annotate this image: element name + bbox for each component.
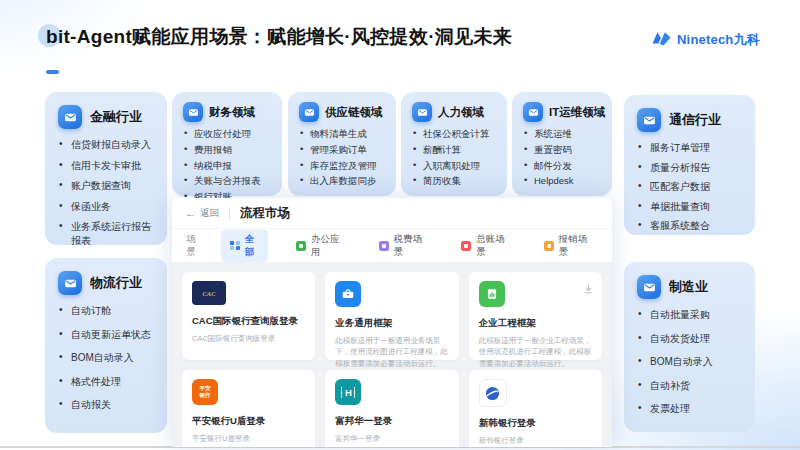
download-icon[interactable] <box>584 280 593 298</box>
market-card-general-framework[interactable]: 业务通用框架 此模板适用于一般通用业务场景下，使用流程图进行工程建模，此模板需要… <box>325 272 458 360</box>
scenario-card-title: 通信行业 <box>669 111 721 129</box>
scenario-item: BOM自动录入 <box>637 355 745 369</box>
process-market-panel: ← 返回 流程市场 场景 全部 办公应用 税费场景 总账场景 报销场景 <box>172 198 612 447</box>
mail-icon <box>183 102 203 122</box>
scenario-item: 纳税申报 <box>183 160 274 173</box>
mail-icon <box>58 105 82 129</box>
scenario-item: 匹配客户数据 <box>637 180 745 194</box>
scenario-item-list: 物料清单生成 管理采购订单 库存监控及管理 出入库数据同步 <box>299 128 388 188</box>
scenario-card-header: 金融行业 <box>58 105 157 129</box>
back-button[interactable]: ← 返回 <box>185 207 219 220</box>
cac-logo-text: CAC <box>202 290 215 297</box>
scenario-item: 信贷财报自动录入 <box>58 138 157 152</box>
scenario-item: 社保公积金计算 <box>412 128 499 141</box>
market-card-cac-login[interactable]: CAC CAC国际银行查询版登录 CAC国际银行查询版登录 <box>182 272 315 360</box>
scenario-card-finance-industry: 金融行业 信贷财报自动录入 信用卡发卡审批 账户数据查询 保函业务 业务系统运行… <box>45 92 167 245</box>
shinhan-bank-logo-icon <box>479 379 507 407</box>
mail-icon <box>58 271 82 295</box>
mail-icon <box>412 102 432 122</box>
scenario-item: 邮件分发 <box>523 160 604 173</box>
title-underline <box>46 70 59 74</box>
tab-label: 总账场景 <box>476 233 506 259</box>
scenario-card-header: IT运维领域 <box>523 102 604 122</box>
mail-icon <box>523 102 543 122</box>
scenario-card-finance-domain: 财务领域 应收应付处理 费用报销 纳税申报 关账与合并报表 银行对账 <box>172 92 282 196</box>
scenario-item: 客服系统整合 <box>637 219 745 233</box>
scenario-item: 薪酬计算 <box>412 144 499 157</box>
scenario-item: 自动报关 <box>58 398 157 412</box>
scenario-item: 物料清单生成 <box>299 128 388 141</box>
scenario-card-title: 制造业 <box>669 278 708 296</box>
ninetech-logo-icon <box>651 30 672 50</box>
market-card-shinhan-login[interactable]: 新韩银行登录 新韩银行登录 <box>469 370 602 447</box>
scenario-card-header: 通信行业 <box>637 108 745 132</box>
scenario-item: 系统运维 <box>523 128 604 141</box>
market-card-fubon-login[interactable]: H 富邦华一登录 富邦华一登录 <box>325 370 458 447</box>
market-card-title: 新韩银行登录 <box>479 417 592 430</box>
scenario-item: 关账与合并报表 <box>183 175 274 188</box>
scenario-item: 自动补货 <box>637 379 745 393</box>
scene-filter-bar: 场景 全部 办公应用 税费场景 总账场景 报销场景 <box>172 229 612 262</box>
scenario-item: 入职离职处理 <box>412 160 499 173</box>
scenario-item: 业务系统运行报告报表 <box>58 220 157 247</box>
grid-icon <box>230 241 240 251</box>
scenario-item: 服务订单管理 <box>637 141 745 155</box>
mail-icon <box>637 275 661 299</box>
mail-icon <box>299 102 319 122</box>
scenario-item: 自动发货处理 <box>637 332 745 346</box>
chart-doc-icon <box>479 281 505 307</box>
scenario-card-title: 物流行业 <box>90 274 142 292</box>
scenario-item: 保函业务 <box>58 200 157 214</box>
scenario-item: 单据批量查询 <box>637 200 745 214</box>
pingan-logo-text: 平安银行 <box>199 385 212 398</box>
market-card-enterprise-framework[interactable]: 企业工程框架 此模板适用于一般企业工程场景，使用状态机进行工程建模，此模板需要添… <box>469 272 602 360</box>
scenario-card-title: 金融行业 <box>90 108 142 126</box>
fubon-bank-logo-icon: H <box>335 379 361 405</box>
tab-tax-scenes[interactable]: 税费场景 <box>370 230 433 262</box>
back-label: 返回 <box>200 207 219 220</box>
scenario-card-header: 物流行业 <box>58 271 157 295</box>
scenario-item: 出入库数据同步 <box>299 175 388 188</box>
scenario-item: 简历收集 <box>412 175 499 188</box>
scenario-item-list: 系统运维 重置密码 邮件分发 Helpdesk <box>523 128 604 188</box>
market-card-desc: 此模板适用于一般通用业务场景下，使用流程图进行工程建模，此模板需要添加必要活动后… <box>335 335 448 369</box>
pingan-bank-logo-icon: 平安银行 <box>192 379 218 405</box>
filter-label: 场景 <box>186 233 202 259</box>
scenario-card-logistics: 物流行业 自动订舱 自动更新运单状态 BOM自动录入 格式件处理 自动报关 <box>45 258 167 433</box>
page-title: bit-Agent赋能应用场景：赋能增长·风控提效·洞见未来 <box>46 24 512 50</box>
tab-label: 办公应用 <box>311 233 341 259</box>
brand-logo: Ninetech九科 <box>651 30 760 50</box>
cac-bank-logo-icon: CAC <box>192 281 226 305</box>
market-card-pingan-login[interactable]: 平安银行 平安银行U盾登录 平安银行U盾登录 <box>182 370 315 447</box>
fubon-logo-text: H <box>341 387 355 398</box>
tab-office-apps[interactable]: 办公应用 <box>287 230 350 262</box>
briefcase-icon <box>335 281 361 307</box>
scenario-item-list: 自动订舱 自动更新运单状态 BOM自动录入 格式件处理 自动报关 <box>58 304 157 412</box>
tab-expense-scenes[interactable]: 报销场景 <box>535 230 598 262</box>
scenario-card-manufacturing: 制造业 自动批量采购 自动发货处理 BOM自动录入 自动补货 发票处理 <box>624 262 755 432</box>
scenario-item: 质量分析报告 <box>637 161 745 175</box>
scenario-item-list: 应收应付处理 费用报销 纳税申报 关账与合并报表 银行对账 <box>183 128 274 204</box>
expense-scenes-icon <box>544 241 554 251</box>
scenario-card-telecom: 通信行业 服务订单管理 质量分析报告 匹配客户数据 单据批量查询 客服系统整合 <box>624 95 755 235</box>
office-apps-icon <box>296 241 306 251</box>
tab-ledger-scenes[interactable]: 总账场景 <box>452 230 515 262</box>
market-card-desc: 此模板适用于一般企业工程场景，使用状态机进行工程建模，此模板需要添加必要活动后运… <box>479 335 592 369</box>
market-card-desc: 富邦华一登录 <box>335 433 448 444</box>
scenario-item-list: 自动批量采购 自动发货处理 BOM自动录入 自动补货 发票处理 <box>637 308 745 416</box>
scenario-item: 费用报销 <box>183 144 274 157</box>
market-card-title: 业务通用框架 <box>335 317 448 330</box>
scenario-card-title: 财务领域 <box>209 105 255 120</box>
scenario-card-header: 制造业 <box>637 275 745 299</box>
scenario-item: Helpdesk <box>523 175 604 188</box>
back-arrow-icon: ← <box>185 208 196 219</box>
market-title: 流程市场 <box>240 205 290 222</box>
market-card-desc: CAC国际银行查询版登录 <box>192 333 305 344</box>
tab-all[interactable]: 全部 <box>221 230 268 262</box>
scenario-card-title: 人力领域 <box>438 105 484 120</box>
scenario-item: 库存监控及管理 <box>299 160 388 173</box>
ledger-scenes-icon <box>461 241 471 251</box>
scenario-item: 重置密码 <box>523 144 604 157</box>
scenario-item: 格式件处理 <box>58 375 157 389</box>
header-divider <box>229 207 230 219</box>
